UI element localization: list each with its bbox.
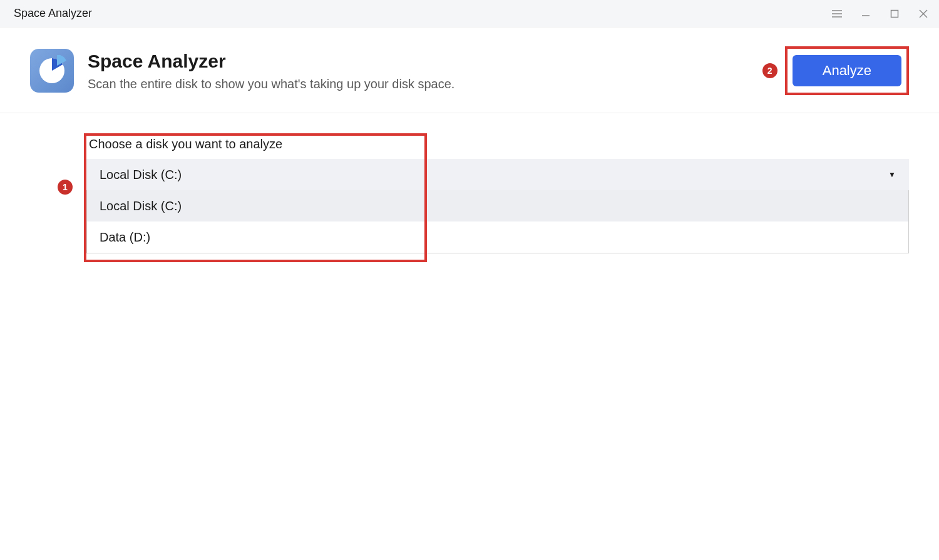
disk-dropdown-list: Local Disk (C:) Data (D:): [86, 190, 909, 253]
minimize-icon[interactable]: [860, 8, 871, 19]
titlebar: Space Analyzer: [0, 0, 939, 28]
disk-selector: Choose a disk you want to analyze Local …: [86, 137, 909, 253]
callout-badge-2: 2: [762, 63, 777, 78]
app-icon: [30, 49, 74, 93]
content-section: 1 Choose a disk you want to analyze Loca…: [0, 113, 939, 253]
header-text: Space Analyzer Scan the entire disk to s…: [88, 51, 454, 91]
window-title: Space Analyzer: [14, 7, 92, 20]
disk-option[interactable]: Data (D:): [87, 221, 908, 253]
header-left: Space Analyzer Scan the entire disk to s…: [30, 49, 454, 93]
header-right: 2 Analyze: [762, 46, 909, 95]
svg-rect-4: [891, 10, 898, 17]
header-section: Space Analyzer Scan the entire disk to s…: [0, 28, 939, 113]
analyze-button[interactable]: Analyze: [793, 55, 901, 86]
close-icon[interactable]: [918, 8, 929, 19]
chevron-down-icon: ▼: [888, 170, 896, 179]
disk-selector-label: Choose a disk you want to analyze: [86, 137, 909, 151]
menu-icon[interactable]: [831, 8, 843, 19]
disk-dropdown-selected[interactable]: Local Disk (C:) ▼: [86, 159, 909, 190]
callout-outline-2: Analyze: [785, 46, 909, 95]
disk-dropdown-selected-text: Local Disk (C:): [100, 168, 182, 182]
maximize-icon[interactable]: [889, 8, 900, 19]
disk-option[interactable]: Local Disk (C:): [87, 190, 908, 221]
callout-badge-1: 1: [58, 180, 73, 195]
window-controls: [831, 8, 929, 19]
page-subtitle: Scan the entire disk to show you what's …: [88, 77, 454, 91]
page-title: Space Analyzer: [88, 51, 454, 72]
